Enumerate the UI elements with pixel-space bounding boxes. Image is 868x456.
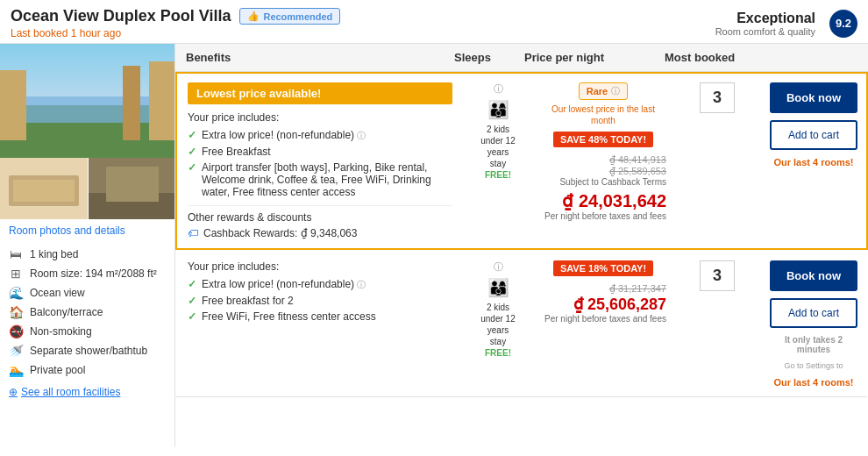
last-booked: Last booked 1 hour ago [11,27,340,39]
sleeps-count-1: 3 [700,82,735,113]
col-most-booked: Most booked [665,51,752,64]
cashback-row-1: 🏷 Cashback Rewards: ₫ 9,348,063 [188,227,452,239]
benefit-item-2: ✓ Free Breakfast [188,146,452,158]
svg-rect-5 [123,66,140,140]
last-rooms-text-1: Our last 4 rooms! [773,157,853,167]
benefit-text-2-1: Extra low price! (non-refundable) ⓘ [202,278,366,291]
benefit-item-2-2: ✓ Free breakfast for 2 [188,295,452,307]
feature-pool-text: Private pool [30,364,85,376]
ocean-icon: 🌊 [9,286,23,300]
feature-size-text: Room size: 194 m²/2088 ft² [30,267,157,280]
benefit-text-2-2: Free breakfast for 2 [202,295,294,307]
benefit-item-1: ✓ Extra low price! (non-refundable) ⓘ [188,129,452,142]
people-icons-1: 👨‍👩‍👦 [487,99,509,120]
benefit-list-2: ✓ Extra low price! (non-refundable) ⓘ ✓ … [188,278,452,323]
per-night-text-1: Per night before taxes and fees [540,211,666,221]
book-now-btn-1[interactable]: Book now [770,82,857,113]
col-action [752,51,857,64]
room-option-2: Your price includes: ✓ Extra low price! … [175,250,868,397]
room-photos-link[interactable]: Room photos and details [0,219,174,242]
sub-image-interior[interactable] [89,158,174,219]
size-icon: ⊞ [9,267,23,281]
col-price: Price per night [524,51,665,64]
benefit-list-1: ✓ Extra low price! (non-refundable) ⓘ ✓ … [188,129,452,198]
price-includes-label-1: Your price includes: [188,111,452,124]
svg-rect-8 [13,180,75,202]
feature-bed: 🛏 1 king bed [9,247,166,261]
book-now-btn-2[interactable]: Book now [770,260,857,291]
feature-shower-text: Separate shower/bathtub [30,345,147,357]
price-includes-label-2: Your price includes: [188,260,452,273]
room-features: 🛏 1 king bed ⊞ Room size: 194 m²/2088 ft… [0,242,174,382]
original-price-1: ₫ 48,414,913 [540,154,666,166]
kids-free-text-2: 2 kids under 12 years stay FREE! [480,302,515,359]
most-booked-col-1: 3 [673,74,761,248]
price-col-2: SAVE 18% TODAY! ₫ 31,217,347 ₫ 25,606,28… [533,252,673,396]
add-cart-btn-1[interactable]: Add to cart [770,120,857,150]
main-property-image[interactable] [0,44,174,158]
info-icon-2-1: ⓘ [357,280,366,289]
sleeps-col-1: ⓘ 👨‍👩‍👦 2 kids under 12 years stay FREE! [463,74,533,248]
room-option-1: Lowest price available! Your price inclu… [175,72,868,250]
bed-icon: 🛏 [9,247,23,261]
cashback-text-1: Cashback Rewards: ₫ 9,348,063 [203,227,357,239]
check-icon-1: ✓ [188,129,196,141]
sub-images [0,158,174,219]
see-all-facilities-link[interactable]: ⊕ See all room facilities [0,382,174,402]
feature-bed-text: 1 king bed [30,248,78,260]
info-icon-1: ⓘ [357,131,366,140]
per-night-text-2: Per night before taxes and fees [540,314,666,324]
rating-row: Exceptional Room comfort & quality 9.2 [715,10,857,38]
thumb-icon: 👍 [247,11,260,22]
top-header: Ocean View Duplex Pool Villa 👍 Recommend… [0,0,868,44]
property-images [0,44,174,219]
see-all-text: See all room facilities [21,386,120,398]
add-cart-btn-2[interactable]: Add to cart [770,298,857,328]
shower-icon: 🚿 [9,344,23,358]
feature-pool: 🏊 Private pool [9,363,166,377]
sub-image-bedroom[interactable] [0,158,88,219]
check-icon-2: ✓ [188,146,196,158]
rating-section: Exceptional Room comfort & quality 9.2 [715,10,857,38]
property-title: Ocean View Duplex Pool Villa 👍 Recommend… [11,7,340,25]
cashback-terms-1: Subject to Cashback Terms [540,177,666,187]
sleeps-col-2: ⓘ 👨‍👩‍👦 2 kids under 12 years stay FREE! [463,252,533,396]
feature-smoking: 🚭 Non-smoking [9,324,166,338]
feature-smoking-text: Non-smoking [30,325,92,338]
svg-rect-3 [0,70,26,140]
feature-balcony: 🏠 Balcony/terrace [9,305,166,319]
exceptional-label: Exceptional [715,11,815,26]
other-rewards-1: Other rewards & discounts 🏷 Cashback Rew… [188,205,452,239]
kids-free-highlight-2: FREE! [485,348,511,358]
other-rewards-label: Other rewards & discounts [188,211,452,224]
plus-icon: ⊕ [9,386,18,398]
balcony-icon: 🏠 [9,305,23,319]
save-badge-1: SAVE 48% TODAY! [553,132,653,147]
check-icon-3: ✓ [188,161,196,174]
benefit-text-3: Airport transfer [both ways], Parking, B… [202,161,452,198]
benefit-text-1: Extra low price! (non-refundable) ⓘ [202,129,366,142]
final-price-2: ₫ 25,606,287 [540,295,666,314]
benefit-text-2-3: Free WiFi, Free fitness center access [202,310,376,323]
kids-free-text-1: 2 kids under 12 years stay FREE! [480,124,515,181]
rare-info-icon: ⓘ [611,85,620,97]
feature-shower: 🚿 Separate shower/bathtub [9,344,166,358]
right-panel: Benefits Sleeps Price per night Most boo… [175,44,868,447]
action-col-2: Book now Add to cart It only takes 2 min… [761,252,866,396]
people-icons-2: 👨‍👩‍👦 [487,277,509,298]
svg-rect-4 [149,61,174,140]
title-section: Ocean View Duplex Pool Villa 👍 Recommend… [11,7,340,39]
room-quality: Room comfort & quality [715,26,815,37]
main-content: Room photos and details 🛏 1 king bed ⊞ R… [0,44,868,447]
benefit-text-2: Free Breakfast [202,146,271,158]
benefit-item-3: ✓ Airport transfer [both ways], Parking,… [188,161,452,198]
pool-icon: 🏊 [9,363,23,377]
room-options: Lowest price available! Your price inclu… [175,72,868,447]
lowest-price-banner: Lowest price available! [188,82,452,104]
action-col-1: Book now Add to cart Our last 4 rooms! [761,74,866,248]
benefit-item-2-3: ✓ Free WiFi, Free fitness center access [188,310,452,323]
sleeps-info-icon-1: ⓘ [494,82,503,96]
sleeps-count-2: 3 [700,260,735,291]
price-col-1: Rare ⓘ Our lowest price in the last mont… [533,74,673,248]
table-header: Benefits Sleeps Price per night Most boo… [175,44,868,72]
